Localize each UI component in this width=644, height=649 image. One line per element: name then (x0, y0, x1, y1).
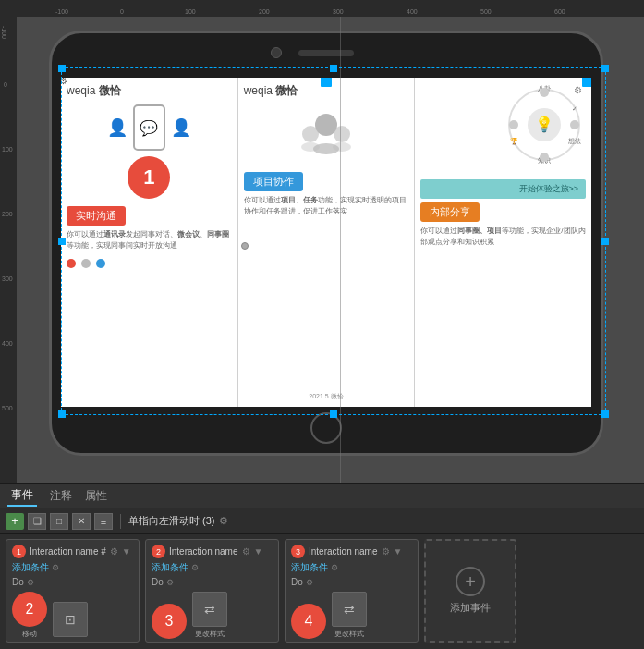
panel1-logo: weqia 微恰 (67, 83, 232, 99)
ruler-mark-4: 300 (333, 8, 344, 15)
ruler-left-mark-6: 500 (2, 405, 13, 411)
add-event-label: 添加事件 (450, 601, 491, 615)
person-right-icon: 👤 (171, 117, 191, 138)
add-interaction-btn[interactable]: + (6, 513, 24, 530)
int3-arrow[interactable]: ▼ (394, 546, 403, 557)
tabs-bar: 事件 注释 属性 (0, 484, 644, 508)
panel3-title: 内部分享 (420, 202, 480, 222)
interaction-block-2: 2 Interaction name ⚙ ▼ 添加条件 ⚙ Do ⚙ 3 ⇄ 更… (145, 539, 279, 643)
int3-name: Interaction name (309, 546, 378, 557)
int1-action-move[interactable]: 2 移动 (12, 592, 47, 639)
bottom-panel: 事件 注释 属性 + ❑ □ ✕ ≡ 单指向左滑动时 (3) ⚙ 1 Inter… (0, 483, 644, 649)
int2-arrow[interactable]: ▼ (254, 546, 263, 557)
int3-actions: 4 ⇄ 更改样式 (291, 592, 412, 639)
svg-text:🏆: 🏆 (510, 137, 518, 145)
svg-point-15 (570, 120, 579, 129)
ruler-left-mark-5: 400 (2, 340, 13, 347)
int3-action-style[interactable]: ⇄ 更改样式 (332, 592, 367, 639)
int1-name: Interaction name # (30, 546, 106, 557)
panel3-start-btn[interactable]: 开始体验之旅>> (420, 179, 586, 199)
interactions-row: 1 Interaction name # ⚙ ▼ 添加条件 ⚙ Do ⚙ 2 移… (0, 534, 644, 647)
int3-add-condition[interactable]: 添加条件 (291, 561, 328, 574)
phone-home-button[interactable] (310, 412, 342, 444)
num-badge-2: 2 (152, 545, 165, 558)
phone-frame: ⚙ weqia 微恰 👤 💬 👤 1 (49, 31, 603, 456)
trigger-gear[interactable]: ⚙ (219, 515, 228, 527)
ruler-mark-7: 600 (554, 8, 565, 15)
add-event-circle-icon: + (456, 567, 485, 596)
panel1-dots (67, 259, 232, 268)
int1-arrow[interactable]: ▼ (122, 546, 131, 557)
svg-text:✓: ✓ (572, 105, 577, 112)
svg-point-2 (334, 126, 350, 142)
toolbar-row: + ❑ □ ✕ ≡ 单指向左滑动时 (3) ⚙ (0, 508, 644, 534)
menu-btn[interactable]: ≡ (94, 513, 113, 530)
ruler-left-mark-3: 200 (2, 211, 13, 217)
int2-actions: 3 ⇄ 更改样式 (152, 592, 273, 639)
panel1-desc: 你可以通过通讯录发起同事对话、微会议、同事圈等功能，实现同事间实时开放沟通 (67, 229, 232, 251)
panel-2: weqia 微恰 项目协作 (238, 78, 416, 407)
copy-btn[interactable]: ❑ (28, 513, 46, 530)
panel1-illustration: 👤 💬 👤 (67, 104, 232, 151)
int1-condition-gear[interactable]: ⚙ (52, 563, 59, 572)
int1-action-stack[interactable]: ⊡ (53, 602, 88, 639)
phone-center-icon: 💬 (133, 104, 165, 151)
panel1-title: 实时沟通 (67, 206, 126, 226)
num-badge-1: 1 (12, 545, 26, 558)
gear-top-left[interactable]: ⚙ (61, 78, 70, 87)
toolbar-divider (120, 514, 121, 529)
handle-top-center[interactable] (321, 78, 332, 87)
panel2-group-icon (244, 108, 409, 163)
ruler-left-mark-0: -100 (1, 26, 7, 39)
ruler-left-mark-1: 0 (4, 81, 7, 88)
int3-condition-gear[interactable]: ⚙ (331, 563, 338, 572)
tab-notes[interactable]: 注释 (50, 488, 72, 504)
num-badge-3: 3 (291, 545, 305, 558)
int1-do: Do (12, 577, 24, 587)
check-btn[interactable]: □ (50, 513, 68, 530)
int1-add-condition[interactable]: 添加条件 (12, 561, 49, 574)
int2-condition-gear[interactable]: ⚙ (191, 563, 199, 572)
svg-point-16 (540, 153, 549, 162)
ruler-left-mark-2: 100 (2, 146, 13, 153)
tab-props[interactable]: 属性 (85, 488, 107, 504)
panel2-desc: 你可以通过项目、任务功能，实现实时透明的项目协作和任务跟进，促进工作落实 (244, 195, 409, 217)
int1-gear[interactable]: ⚙ (110, 546, 118, 557)
int2-do-gear[interactable]: ⚙ (166, 578, 174, 587)
svg-point-17 (509, 120, 518, 129)
panel2-dot-left (241, 242, 249, 250)
int1-do-gear[interactable]: ⚙ (27, 578, 34, 587)
int3-do-gear[interactable]: ⚙ (306, 578, 313, 587)
int2-gear[interactable]: ⚙ (242, 546, 250, 557)
svg-point-14 (540, 88, 549, 97)
svg-text:💡: 💡 (535, 116, 553, 133)
phone-screen: ⚙ weqia 微恰 👤 💬 👤 1 (61, 78, 591, 407)
ruler-mark-5: 400 (407, 8, 418, 15)
close-btn[interactable]: ✕ (72, 513, 91, 530)
int3-action-num[interactable]: 4 (291, 604, 326, 639)
int2-name: Interaction name (169, 546, 238, 557)
panel-3: ⚙ 💡 八卦 ✓ 想法 知识 🏆 (415, 78, 591, 407)
svg-point-4 (301, 142, 320, 152)
add-event-block[interactable]: + 添加事件 (424, 539, 516, 643)
panel-1: weqia 微恰 👤 💬 👤 1 实时沟通 你可以通过通讯录发起同事对话 (61, 78, 238, 407)
ruler-mark-1: 0 (120, 8, 124, 15)
ruler-left-mark-4: 300 (2, 276, 13, 282)
svg-point-1 (302, 126, 319, 142)
ruler-mark-2: 100 (185, 8, 196, 15)
phone-speaker (298, 50, 354, 56)
tab-events[interactable]: 事件 (7, 485, 37, 507)
bottom-stamp: 2021.5 微恰 (309, 392, 343, 401)
int2-action-num[interactable]: 3 (152, 604, 187, 639)
interaction-block-3: 3 Interaction name ⚙ ▼ 添加条件 ⚙ Do ⚙ 4 ⇄ 更… (285, 539, 419, 643)
canvas-vertical-divider (340, 17, 341, 483)
canvas-area: ⚙ weqia 微恰 👤 💬 👤 1 (17, 17, 644, 483)
interaction-block-1: 1 Interaction name # ⚙ ▼ 添加条件 ⚙ Do ⚙ 2 移… (6, 539, 140, 643)
int3-gear[interactable]: ⚙ (382, 546, 390, 557)
int2-action-style[interactable]: ⇄ 更改样式 (192, 592, 227, 639)
ruler-mark-0: -100 (55, 8, 68, 15)
handle-top-right[interactable] (582, 78, 591, 87)
int3-do: Do (291, 577, 303, 587)
int2-add-condition[interactable]: 添加条件 (152, 561, 188, 574)
phone-camera (271, 47, 282, 58)
